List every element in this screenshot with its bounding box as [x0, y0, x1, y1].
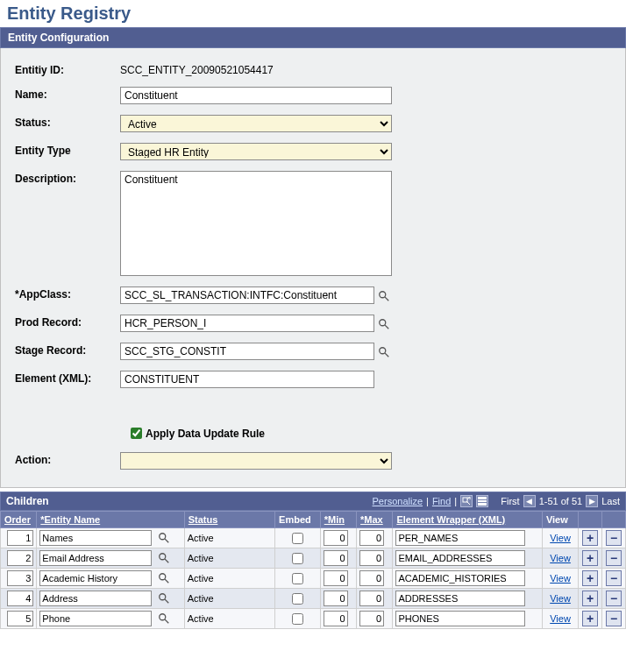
svg-rect-7	[478, 497, 487, 499]
row-entity-input[interactable]	[39, 591, 152, 606]
row-wrapper-input[interactable]	[395, 570, 525, 586]
row-wrapper-input[interactable]	[395, 550, 525, 566]
row-order-input[interactable]	[7, 570, 33, 586]
row-view-link[interactable]: View	[550, 533, 571, 543]
download-icon[interactable]	[476, 495, 488, 507]
config-header: Entity Configuration	[0, 27, 626, 48]
row-add-button[interactable]: +	[582, 550, 598, 566]
row-entity-lookup-icon[interactable]	[158, 570, 170, 584]
row-delete-button[interactable]: −	[606, 530, 622, 546]
svg-point-14	[160, 574, 166, 580]
row-add-button[interactable]: +	[582, 611, 598, 626]
th-add	[579, 512, 602, 528]
nav-last-label[interactable]: Last	[601, 496, 620, 506]
row-embed-checkbox[interactable]	[292, 573, 303, 584]
row-status: Active	[184, 609, 274, 629]
action-select[interactable]	[120, 452, 392, 470]
row-view-link[interactable]: View	[550, 553, 571, 563]
th-wrapper[interactable]: Element Wrapper (XML)	[393, 512, 543, 528]
svg-point-10	[160, 534, 166, 540]
page-title: Entity Registry	[0, 0, 626, 27]
action-label: Action:	[8, 452, 120, 466]
th-status[interactable]: Status	[184, 512, 274, 528]
row-status: Active	[184, 548, 274, 569]
row-min-input[interactable]	[324, 530, 348, 546]
row-max-input[interactable]	[359, 611, 384, 626]
svg-line-3	[385, 325, 388, 329]
row-order-input[interactable]	[7, 550, 33, 566]
zoom-icon[interactable]	[460, 495, 473, 507]
elementxml-input[interactable]	[120, 371, 374, 388]
row-entity-lookup-icon[interactable]	[158, 611, 170, 625]
name-label: Name:	[8, 87, 120, 101]
stagerecord-lookup-icon[interactable]	[378, 344, 390, 358]
row-delete-button[interactable]: −	[606, 550, 622, 566]
row-status: Active	[184, 589, 274, 609]
row-max-input[interactable]	[359, 550, 384, 566]
row-max-input[interactable]	[359, 591, 384, 606]
th-entity[interactable]: *Entity Name	[37, 512, 184, 528]
row-max-input[interactable]	[359, 530, 384, 546]
row-entity-lookup-icon[interactable]	[158, 591, 170, 605]
find-link[interactable]: Find	[432, 496, 451, 506]
entity-type-select[interactable]: Staged HR Entity	[120, 143, 392, 160]
row-entity-lookup-icon[interactable]	[158, 530, 170, 544]
children-header: Children Personalize | Find | First ◀ 1-…	[0, 492, 626, 511]
table-row: ActiveView+−	[1, 609, 626, 629]
row-delete-button[interactable]: −	[606, 591, 622, 606]
row-delete-button[interactable]: −	[606, 611, 622, 626]
row-embed-checkbox[interactable]	[292, 553, 303, 564]
row-delete-button[interactable]: −	[606, 570, 622, 586]
th-max[interactable]: *Max	[357, 512, 393, 528]
row-view-link[interactable]: View	[550, 593, 571, 604]
row-min-input[interactable]	[324, 611, 348, 626]
row-embed-checkbox[interactable]	[292, 593, 303, 605]
nav-first-label[interactable]: First	[501, 496, 519, 506]
personalize-link[interactable]: Personalize	[373, 496, 423, 506]
prodrecord-input[interactable]	[120, 315, 374, 332]
entity-type-label: Entity Type	[8, 143, 120, 157]
svg-point-2	[380, 320, 386, 326]
row-wrapper-input[interactable]	[395, 591, 525, 606]
row-order-input[interactable]	[7, 530, 33, 546]
svg-point-18	[160, 614, 166, 620]
appclass-lookup-icon[interactable]	[378, 288, 390, 302]
stagerecord-input[interactable]	[120, 343, 374, 360]
apply-rule-checkbox[interactable]	[131, 428, 142, 439]
svg-rect-9	[478, 503, 487, 506]
row-entity-input[interactable]	[39, 530, 152, 546]
row-entity-lookup-icon[interactable]	[158, 550, 170, 564]
table-row: ActiveView+−	[1, 589, 626, 609]
th-order[interactable]: Order	[1, 512, 37, 528]
row-entity-input[interactable]	[39, 611, 152, 626]
row-entity-input[interactable]	[39, 550, 152, 566]
row-wrapper-input[interactable]	[395, 611, 525, 626]
elementxml-label: Element (XML):	[8, 371, 120, 385]
appclass-input[interactable]	[120, 286, 374, 304]
row-view-link[interactable]: View	[550, 573, 571, 584]
row-add-button[interactable]: +	[582, 591, 598, 606]
th-min[interactable]: *Min	[320, 512, 356, 528]
row-min-input[interactable]	[324, 591, 348, 606]
row-min-input[interactable]	[324, 550, 348, 566]
nav-prev-icon[interactable]: ◀	[523, 495, 536, 507]
row-view-link[interactable]: View	[550, 613, 571, 624]
name-input[interactable]	[120, 87, 392, 104]
row-min-input[interactable]	[324, 570, 348, 586]
grid-toolbar: Personalize | Find | First ◀ 1-51 of 51 …	[373, 495, 620, 507]
row-embed-checkbox[interactable]	[292, 533, 303, 544]
row-order-input[interactable]	[7, 591, 33, 606]
row-wrapper-input[interactable]	[395, 530, 525, 546]
row-add-button[interactable]: +	[582, 530, 598, 546]
description-textarea[interactable]	[120, 171, 392, 276]
description-label: Description:	[8, 171, 120, 185]
status-select[interactable]: Active	[120, 115, 392, 132]
row-add-button[interactable]: +	[582, 570, 598, 586]
row-entity-input[interactable]	[39, 570, 152, 586]
row-embed-checkbox[interactable]	[292, 613, 303, 625]
nav-next-icon[interactable]: ▶	[586, 495, 598, 507]
prodrecord-lookup-icon[interactable]	[378, 316, 390, 330]
row-max-input[interactable]	[359, 570, 384, 586]
row-order-input[interactable]	[7, 611, 33, 626]
stagerecord-label: Stage Record:	[8, 343, 120, 357]
